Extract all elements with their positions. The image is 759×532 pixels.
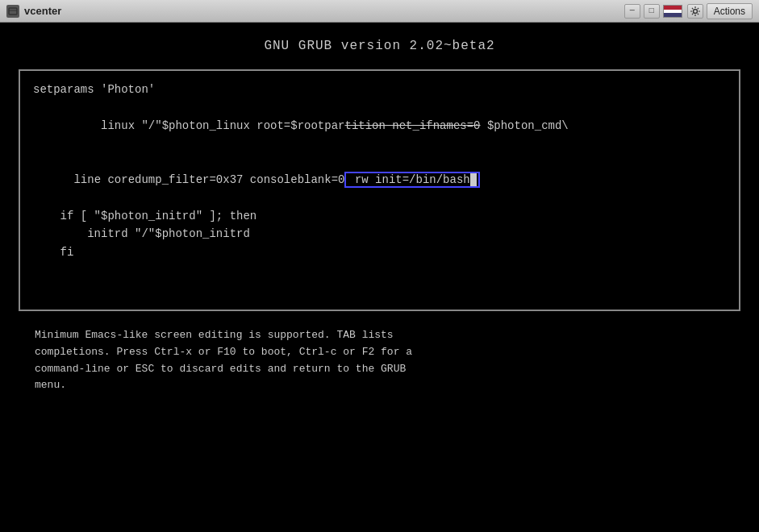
gear-icon [690,6,701,17]
line3-highlight: rw init=/bin/bash [344,172,479,188]
line2-strike: tition net_ifnames=0 [344,119,480,132]
line3-pre: line coredump_filter=0x37 consoleblank=0 [73,173,344,186]
flag-icon [663,5,682,18]
app-title: vcenter [24,5,61,17]
title-bar-left: vcenter [6,5,61,18]
editor-line-2: linux "/"$photon_linux root=$rootpartiti… [33,98,726,152]
help-text-content: Minimum Emacs-like screen editing is sup… [35,329,412,391]
gear-button[interactable] [687,4,703,19]
main-content: GNU GRUB version 2.02~beta2 setparams 'P… [0,23,759,532]
restore-button[interactable]: □ [644,4,660,19]
actions-button[interactable]: Actions [707,3,753,19]
line2-post: $photon_cmd\ [481,119,569,132]
editor-line-3: line coredump_filter=0x37 consoleblank=0… [33,153,726,207]
svg-point-2 [693,9,697,13]
editor-line-1: setparams 'Photon' [33,81,726,98]
line2-pre: linux "/"$photon_linux root=$rootpar [73,119,344,132]
grub-version-title: GNU GRUB version 2.02~beta2 [264,39,494,53]
grub-help-text: Minimum Emacs-like screen editing is sup… [19,327,740,394]
editor-line-4: if [ "$photon_initrd" ]; then [33,207,726,225]
app-icon [6,5,19,18]
editor-line-6: fi [33,243,726,261]
svg-rect-0 [9,8,17,15]
grub-editor[interactable]: setparams 'Photon' linux "/"$photon_linu… [19,69,740,311]
title-bar: vcenter ─ □ Actions [0,0,759,23]
actions-label: Actions [714,6,745,17]
text-cursor [470,173,477,186]
minimize-button[interactable]: ─ [624,4,640,19]
editor-line-5: initrd "/"$photon_initrd [33,225,726,243]
title-bar-controls: ─ □ Actions [624,3,753,19]
